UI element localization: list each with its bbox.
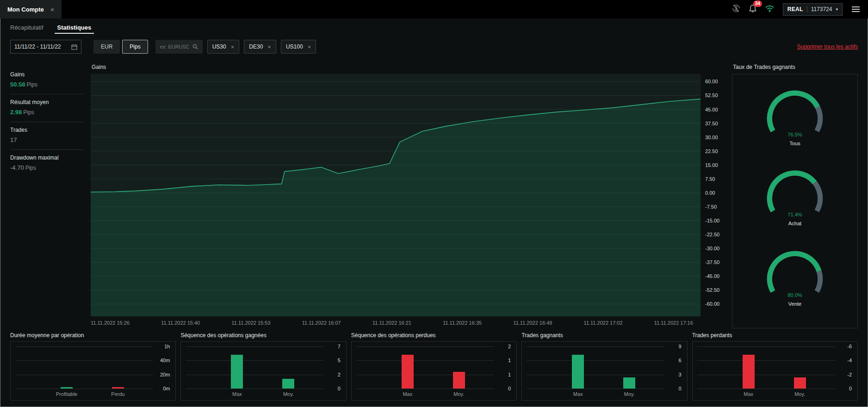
category-label: Max — [573, 391, 583, 397]
tab-statistiques[interactable]: Statistiques — [57, 18, 92, 36]
mini-chart-plot: 1h40m20m0mProfitablePerdu — [10, 341, 176, 401]
chip-close-icon[interactable]: × — [231, 43, 235, 50]
tab-recapitulatif[interactable]: Récapitulatif — [10, 18, 43, 36]
menu-icon[interactable] — [851, 5, 861, 14]
x-axis-label: 11.11.2022 15:40 — [161, 320, 200, 326]
svg-text:80.0%: 80.0% — [787, 292, 802, 298]
svg-text:$: $ — [735, 6, 738, 11]
y-axis-label: -52.50 — [705, 287, 719, 293]
date-range-value: 11/11/22 - 11/11/22 — [14, 43, 61, 50]
gains-chart: 60.0052.5045.0037.5030.0022.5015.007.500… — [91, 74, 725, 316]
y-axis-label: -15.00 — [705, 218, 719, 223]
y-axis-label: 0.00 — [705, 190, 715, 196]
mini-chart-winning_trades: Trades gagnants9630MaxMoy. — [521, 332, 687, 401]
mini-chart-win_streak: Séquence des opérations gagnées7520MaxMo… — [180, 332, 346, 401]
win-rate-panel: Taux de Trades gagnants 76.5% Tous 71.4%… — [732, 59, 858, 328]
pips-button[interactable]: Pips — [122, 40, 148, 54]
stat-unit: Pips — [27, 81, 37, 88]
svg-text:Achat: Achat — [788, 221, 802, 226]
asset-chip-us100[interactable]: US100 × — [281, 40, 316, 54]
svg-text:Tous: Tous — [789, 140, 800, 146]
win-rate-gauges: 76.5% Tous 71.4% Achat 80.0% Vente — [732, 74, 858, 328]
chip-close-icon[interactable]: × — [267, 43, 271, 50]
category-label: Max — [232, 391, 242, 397]
topbar-actions: $ 34 REAL 1173724 — [732, 3, 868, 16]
asset-chip-us30[interactable]: US30 × — [207, 40, 240, 54]
y-axis-label: 7.50 — [705, 176, 715, 182]
stat-unit: Pips — [25, 165, 36, 171]
search-input[interactable] — [159, 43, 190, 50]
y-axis-label: 2 — [508, 344, 511, 349]
x-axis-label: 11.11.2022 16:49 — [513, 320, 552, 326]
y-axis-label: -45.00 — [705, 273, 719, 279]
date-range-picker[interactable]: 11/11/22 - 11/11/22 — [10, 40, 81, 54]
mini-chart-plot: 2110MaxMoy. — [351, 341, 517, 401]
window-tab-mon-compte[interactable]: Mon Compte × — [0, 0, 62, 18]
notifications-button[interactable]: 34 — [749, 4, 756, 15]
stat-label: Résultat moyen — [10, 99, 83, 105]
gridline — [527, 375, 664, 375]
mini-chart-plot: 9630MaxMoy. — [521, 341, 687, 401]
close-icon[interactable]: × — [50, 6, 55, 13]
asset-chip-label: DE30 — [249, 43, 263, 50]
wifi-icon — [765, 5, 775, 14]
category-label: Moy. — [794, 391, 805, 397]
gridline — [527, 360, 664, 361]
svg-text:71.4%: 71.4% — [787, 212, 802, 217]
stat-value: 2.98 — [10, 109, 22, 116]
y-axis-label: 22.50 — [705, 148, 718, 154]
asset-search[interactable] — [155, 40, 203, 54]
bar-max — [743, 355, 755, 388]
mini-chart-title: Trades gagnants — [521, 332, 687, 341]
mini-chart-title: Séquence des opérations perdues — [351, 332, 517, 341]
category-label: Moy. — [283, 391, 294, 397]
gains-x-axis: 11.11.2022 15:2611.11.2022 15:4011.11.20… — [91, 316, 701, 328]
account-selector[interactable]: REAL 1173724 ▾ — [783, 3, 843, 16]
chevron-down-icon: ▾ — [836, 7, 838, 12]
y-axis-label: 40m — [160, 358, 170, 363]
bar-moy — [623, 377, 635, 388]
stat-value: 17 — [10, 136, 17, 143]
stat-trades: Trades 17 — [10, 122, 83, 150]
gains-y-axis: 60.0052.5045.0037.5030.0022.5015.007.500… — [701, 74, 725, 316]
search-icon — [192, 44, 198, 49]
category-label: Max — [403, 391, 412, 397]
y-axis-label: 60.00 — [705, 79, 718, 84]
stat-unit: Pips — [23, 109, 34, 116]
x-axis-label: 11.11.2022 15:26 — [91, 320, 130, 326]
asset-chip-label: US30 — [212, 43, 226, 50]
y-axis-label: 5 — [338, 358, 341, 363]
y-axis-label: -6 — [847, 344, 852, 349]
bar-moy — [794, 377, 806, 388]
y-axis-label: -2 — [847, 372, 852, 377]
currency-button[interactable]: EUR — [93, 40, 120, 54]
currency-exchange-icon[interactable]: $ — [732, 4, 741, 15]
y-axis-label: 20m — [160, 372, 170, 377]
remove-all-assets-link[interactable]: Supprimer tous les actifs — [797, 43, 858, 50]
gridline — [697, 360, 835, 361]
asset-chip-label: US100 — [286, 43, 303, 50]
gauge-vente: 80.0% Vente — [760, 248, 830, 315]
account-number: 1173724 — [811, 6, 832, 12]
y-axis-label: -37.50 — [705, 259, 719, 265]
x-axis-label: 11.11.2022 16:35 — [443, 320, 482, 326]
main-content: Gains 50.58Pips Résultat moyen 2.98Pips … — [0, 57, 868, 328]
asset-chip-de30[interactable]: DE30 × — [244, 40, 276, 54]
chip-close-icon[interactable]: × — [308, 43, 311, 50]
y-axis-label: 30.00 — [705, 135, 718, 140]
account-type-badge: REAL — [787, 6, 803, 12]
svg-text:Vente: Vente — [788, 301, 801, 306]
category-label: Moy. — [624, 391, 635, 397]
gains-chart-panel: Gains 60.0052.5045.0037.5030.0022.5015.0… — [91, 59, 725, 328]
gains-plot-area — [91, 74, 701, 316]
stat-label: Trades — [10, 127, 83, 133]
gauge-achat: 71.4% Achat — [760, 167, 830, 235]
bar-max — [572, 355, 584, 388]
x-axis-label: 11.11.2022 16:07 — [302, 320, 341, 326]
unit-toggle-group: EUR Pips — [93, 40, 148, 54]
y-axis-label: 37.50 — [705, 121, 718, 126]
mini-chart-title: Séquence des opérations gagnées — [180, 332, 346, 341]
y-axis-label: -4 — [847, 358, 852, 363]
bar-max — [402, 355, 414, 388]
gridline — [186, 375, 323, 375]
